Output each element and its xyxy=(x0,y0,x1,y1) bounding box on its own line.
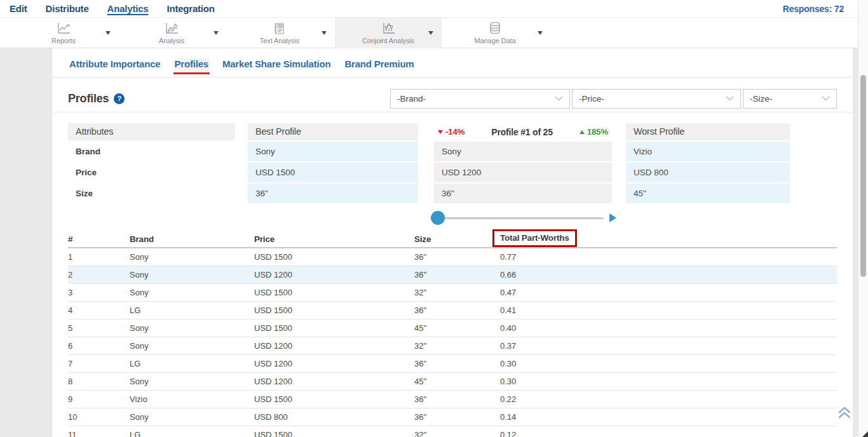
toolbar-item-manage-data[interactable]: Manage Data xyxy=(447,18,543,48)
best-profile-header: Best Profile xyxy=(248,123,418,140)
best-profile-brand: Sony xyxy=(248,142,418,161)
nav-item-integration[interactable]: Integration xyxy=(166,3,214,14)
tab-brand-premium[interactable]: Brand Premium xyxy=(343,58,415,74)
col-header-total-part-worths[interactable]: Total Part-Worths xyxy=(500,233,569,243)
chevron-down-icon xyxy=(822,96,830,101)
nav-item-distribute[interactable]: Distribute xyxy=(46,3,89,14)
tab-attribute-importance[interactable]: Attribute Importance xyxy=(68,58,162,74)
table-row[interactable]: 6SonyUSD 120032"0.37 xyxy=(68,337,837,355)
scatter-chart-icon xyxy=(381,22,396,35)
heading-row: Profiles ? -Brand- -Price- -Size- xyxy=(68,88,837,109)
toolbar-item-label: Conjoint Analysis xyxy=(362,37,414,44)
profile-comparison: Attributes Brand Price Size Best Profile… xyxy=(52,123,853,229)
toolbar-item-reports[interactable]: Reports xyxy=(16,18,111,48)
triangle-down-icon xyxy=(438,130,443,134)
profile-slider xyxy=(431,210,616,226)
document-table-icon xyxy=(273,22,287,35)
analysis-dropdown-caret-icon[interactable] xyxy=(214,31,219,35)
app-window: Edit Distribute Analytics Integration Re… xyxy=(0,0,868,437)
attribute-label-size: Size xyxy=(68,184,235,203)
better-than-worst-pct: 185% xyxy=(580,127,608,137)
table-row[interactable]: 7LGUSD 120036"0.30 xyxy=(68,355,837,373)
reports-dropdown-caret-icon[interactable] xyxy=(105,31,111,35)
toolbar-item-label: Analysis xyxy=(159,37,184,44)
manage-data-dropdown-caret-icon[interactable] xyxy=(538,31,543,35)
worst-profile-brand: Vizio xyxy=(626,142,790,161)
triangle-up-icon xyxy=(580,130,585,134)
line-chart-icon xyxy=(56,22,71,35)
best-profile-size: 36" xyxy=(248,184,418,203)
tab-profiles[interactable]: Profiles xyxy=(173,58,210,74)
database-icon xyxy=(487,22,503,35)
table-row[interactable]: 11LGUSD 150032"0.12 xyxy=(68,426,837,437)
col-header-index[interactable]: # xyxy=(68,231,130,248)
worse-than-best-pct: -14% xyxy=(438,127,465,137)
worst-profile-column: Worst Profile Vizio USD 800 45" xyxy=(626,123,790,140)
nav-item-edit[interactable]: Edit xyxy=(10,3,27,14)
brand-filter-select[interactable]: -Brand- xyxy=(390,89,570,109)
table-header-row: # Brand Price Size Total Part-Worths xyxy=(68,231,837,248)
current-profile-header: -14% Profile #1 of 25 185% xyxy=(434,123,612,140)
table-row[interactable]: 3SonyUSD 150032"0.47 xyxy=(68,284,837,302)
current-profile-price: USD 1200 xyxy=(434,163,612,182)
price-filter-value: -Price- xyxy=(579,94,604,104)
col-header-size[interactable]: Size xyxy=(414,231,500,248)
top-nav: Edit Distribute Analytics Integration Re… xyxy=(0,0,858,18)
profile-filters: -Brand- -Price- -Size- xyxy=(390,89,837,109)
toolbar-item-text-analysis[interactable]: Text Analysis xyxy=(232,18,327,48)
scrollbar[interactable] xyxy=(858,0,868,437)
worst-profile-header: Worst Profile xyxy=(626,123,790,140)
current-profile-size: 36" xyxy=(434,184,612,203)
slider-handle[interactable] xyxy=(431,211,445,225)
toolbar-item-conjoint-analysis[interactable]: Conjoint Analysis xyxy=(335,18,442,48)
table-row[interactable]: 5SonyUSD 150045"0.40 xyxy=(68,319,837,337)
resize-corner-icon xyxy=(862,431,868,437)
content-card: Attribute Importance Profiles Market Sha… xyxy=(52,48,853,437)
toolbar-item-label: Reports xyxy=(51,37,76,44)
multi-line-chart-icon xyxy=(164,22,179,35)
size-filter-value: -Size- xyxy=(750,94,772,104)
toolbar-item-analysis[interactable]: Analysis xyxy=(124,18,219,48)
double-chevron-up-icon xyxy=(836,405,853,420)
worst-profile-size: 45" xyxy=(626,184,790,203)
chevron-down-icon xyxy=(555,96,563,101)
attributes-column: Attributes Brand Price Size xyxy=(68,123,235,140)
page-background: Attribute Importance Profiles Market Sha… xyxy=(0,48,858,437)
attributes-header: Attributes xyxy=(68,123,235,140)
col-header-brand[interactable]: Brand xyxy=(130,231,254,248)
attribute-label-brand: Brand xyxy=(68,142,235,161)
table-row[interactable]: 1SonyUSD 150036"0.77 xyxy=(68,248,837,266)
analytics-toolbar: Reports Analysis Text Analysis xyxy=(0,18,858,48)
responses-count[interactable]: Responses: 72 xyxy=(783,4,858,14)
current-profile-title: Profile #1 of 25 xyxy=(491,127,552,137)
text-analysis-dropdown-caret-icon[interactable] xyxy=(322,31,327,35)
tab-market-share-simulation[interactable]: Market Share Simulation xyxy=(221,58,332,74)
page-title: Profiles xyxy=(68,92,109,105)
size-filter-select[interactable]: -Size- xyxy=(743,89,837,109)
scrollbar-thumb[interactable] xyxy=(860,75,866,277)
help-icon[interactable]: ? xyxy=(114,93,125,104)
attribute-label-price: Price xyxy=(68,163,235,182)
scroll-to-top-button[interactable] xyxy=(836,405,853,422)
conjoint-tab-bar: Attribute Importance Profiles Market Sha… xyxy=(68,58,416,74)
worst-profile-price: USD 800 xyxy=(626,163,790,182)
price-filter-select[interactable]: -Price- xyxy=(572,89,741,109)
table-row[interactable]: 9VizioUSD 150036"0.22 xyxy=(68,391,837,408)
slider-track[interactable] xyxy=(437,217,604,219)
brand-filter-value: -Brand- xyxy=(397,94,426,104)
current-profile-column: -14% Profile #1 of 25 185% Sony USD 1200… xyxy=(434,123,612,140)
table-row[interactable]: 8SonyUSD 120045"0.30 xyxy=(68,373,837,391)
slider-next-arrow-icon[interactable] xyxy=(609,213,616,222)
toolbar-item-label: Manage Data xyxy=(475,37,516,44)
tabs-divider xyxy=(52,77,853,77)
conjoint-dropdown-caret-icon[interactable] xyxy=(428,31,433,35)
table-row-highlighted[interactable]: 2SonyUSD 120036"0.66 xyxy=(68,266,837,284)
part-worths-table: # Brand Price Size Total Part-Worths 1So… xyxy=(68,231,837,437)
best-profile-price: USD 1500 xyxy=(248,163,418,182)
nav-item-analytics[interactable]: Analytics xyxy=(107,3,149,14)
col-header-price[interactable]: Price xyxy=(254,231,414,248)
annotation-highlight-box: Total Part-Worths xyxy=(492,229,577,247)
table-row[interactable]: 10SonyUSD 80036"0.14 xyxy=(68,408,837,426)
toolbar-item-label: Text Analysis xyxy=(260,37,299,44)
table-row[interactable]: 4LGUSD 150036"0.41 xyxy=(68,302,837,319)
